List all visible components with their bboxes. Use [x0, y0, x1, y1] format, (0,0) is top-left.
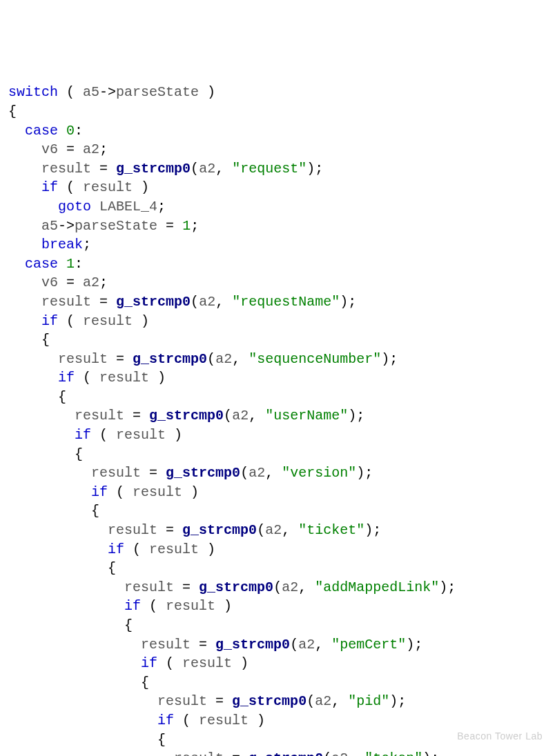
str-addMappedLink: "addMappedLink"	[315, 579, 439, 595]
str-pemCert: "pemCert"	[331, 637, 406, 653]
var-a2: a2	[315, 693, 331, 709]
var-result: result	[99, 370, 149, 386]
fn-strcmp: g_strcmp0	[133, 351, 207, 367]
var-a2: a2	[265, 522, 282, 538]
keyword-if: if	[124, 598, 141, 614]
fn-strcmp: g_strcmp0	[215, 637, 290, 653]
num-1: 1	[182, 218, 191, 234]
fn-strcmp: g_strcmp0	[232, 693, 306, 709]
str-ticket: "ticket"	[298, 522, 364, 538]
keyword-if: if	[91, 484, 108, 500]
var-v6: v6	[41, 141, 58, 157]
var-result: result	[41, 161, 91, 177]
var-a2: a2	[282, 579, 298, 595]
code-block: switch ( a5->parseState ) { case 0: v6 =…	[8, 83, 547, 756]
num-1: 1	[66, 256, 75, 272]
var-result: result	[75, 408, 124, 424]
var-a5: a5	[83, 84, 99, 100]
var-result: result	[182, 655, 232, 671]
num-0: 0	[66, 123, 75, 139]
str-token: "token"	[364, 750, 422, 756]
fn-strcmp: g_strcmp0	[116, 294, 191, 310]
str-requestName: "requestName"	[232, 294, 340, 310]
keyword-if: if	[41, 313, 58, 329]
var-a2: a2	[83, 141, 99, 157]
str-request: "request"	[232, 161, 306, 177]
fn-strcmp: g_strcmp0	[249, 750, 323, 756]
keyword-if: if	[108, 541, 124, 557]
keyword-if: if	[41, 179, 58, 195]
keyword-switch: switch	[8, 84, 58, 100]
keyword-case: case	[25, 256, 58, 272]
var-result: result	[199, 713, 249, 728]
label-4: LABEL_4	[99, 199, 157, 215]
var-result: result	[149, 541, 199, 557]
keyword-break: break	[41, 237, 83, 252]
fn-strcmp: g_strcmp0	[166, 465, 240, 481]
fn-strcmp: g_strcmp0	[149, 408, 224, 424]
var-result: result	[141, 637, 191, 653]
fn-strcmp: g_strcmp0	[199, 579, 273, 595]
var-result: result	[83, 313, 133, 329]
var-a2: a2	[298, 637, 315, 653]
var-a2: a2	[83, 275, 99, 290]
var-result: result	[166, 598, 215, 614]
var-v6: v6	[41, 275, 58, 290]
str-version: "version"	[282, 465, 356, 481]
var-result: result	[133, 484, 182, 500]
var-result: result	[108, 522, 157, 538]
var-result: result	[157, 693, 207, 709]
var-result: result	[116, 427, 166, 443]
str-sequenceNumber: "sequenceNumber"	[249, 351, 381, 367]
var-result: result	[41, 294, 91, 310]
var-a2: a2	[199, 294, 215, 310]
var-a2: a2	[232, 408, 249, 424]
keyword-goto: goto	[58, 199, 91, 215]
var-result: result	[58, 351, 108, 367]
var-a2: a2	[215, 351, 232, 367]
keyword-if: if	[157, 713, 174, 728]
str-pid: "pid"	[348, 693, 389, 709]
fn-strcmp: g_strcmp0	[116, 161, 191, 177]
keyword-if: if	[75, 427, 91, 443]
keyword-if: if	[141, 655, 157, 671]
field-parseState: parseState	[75, 218, 157, 234]
var-result: result	[124, 579, 174, 595]
fn-strcmp: g_strcmp0	[182, 522, 257, 538]
field-parseState: parseState	[116, 84, 199, 100]
var-result: result	[174, 750, 224, 756]
var-a2: a2	[331, 750, 348, 756]
var-result: result	[83, 179, 133, 195]
var-a5: a5	[41, 218, 58, 234]
keyword-case: case	[25, 123, 58, 139]
var-a2: a2	[249, 465, 265, 481]
var-a2: a2	[199, 161, 215, 177]
str-userName: "userName"	[265, 408, 348, 424]
keyword-if: if	[58, 370, 75, 386]
var-result: result	[91, 465, 141, 481]
watermark: Beacon Tower Lab	[457, 730, 543, 743]
